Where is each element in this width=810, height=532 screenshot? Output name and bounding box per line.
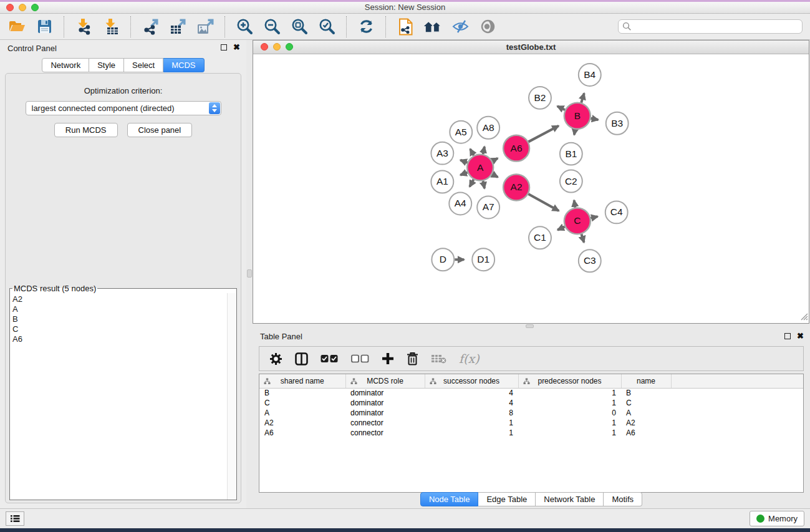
mcds-result-item[interactable]: A6 [12,334,227,344]
open-session-icon[interactable] [7,17,26,36]
table-row[interactable]: Adominator80A [259,408,803,418]
splitter-grip[interactable] [247,269,252,278]
edge-B-B3[interactable] [591,118,598,120]
show-graphics-eye-icon[interactable] [478,17,497,36]
tab-edge-table[interactable]: Edge Table [478,492,536,506]
network-canvas[interactable]: B4B2BB3A8A5A6A3B1AA1C2A2A4A7C4CC1C3DD1 [253,55,809,323]
edge-A-A1[interactable] [460,172,467,175]
select-all-checkboxes-icon[interactable] [321,354,339,363]
zoom-out-icon[interactable] [263,17,281,36]
horizontal-splitter[interactable] [253,324,810,329]
maximize-window-button[interactable] [31,4,39,11]
dropdown-stepper-icon [209,102,220,114]
edge-B-B1[interactable] [574,129,575,135]
close-panel-icon[interactable]: ✖ [797,333,804,339]
edge-A-A5[interactable] [470,149,474,155]
column-header-shared-name[interactable]: shared name [259,374,345,388]
edge-B-B4[interactable] [581,94,584,103]
tab-style[interactable]: Style [89,58,124,72]
add-column-icon[interactable] [382,352,394,365]
search-field-wrap [618,19,803,34]
column-header-predecessor-nodes[interactable]: predecessor nodes [518,374,621,388]
zoom-selected-icon[interactable] [317,17,336,36]
maximize-network-window-button[interactable] [286,43,293,51]
graph-node-label: A7 [483,201,494,212]
edge-C-C3[interactable] [581,234,584,242]
minimize-window-button[interactable] [19,4,26,11]
settings-gear-icon[interactable] [269,352,282,365]
search-input[interactable] [618,19,803,34]
tab-motifs[interactable]: Motifs [604,492,642,506]
main-area: Control Panel ✖ NetworkStyleSelectMCDS O… [0,40,810,508]
table-row[interactable]: Bdominator41B [259,388,803,398]
edge-A-A3[interactable] [460,160,467,163]
mcds-result-item[interactable]: C [12,324,227,334]
zoom-fit-icon[interactable] [290,17,309,36]
edge-C-C1[interactable] [557,226,565,230]
delete-column-trash-icon[interactable] [407,352,418,365]
close-window-button[interactable] [6,4,14,11]
graph-node-label: B4 [584,69,595,80]
graph-node-label: A6 [511,143,523,153]
close-network-window-button[interactable] [261,43,268,51]
mcds-result-item[interactable]: A2 [12,294,227,304]
tab-select[interactable]: Select [124,58,163,72]
refresh-icon[interactable] [357,17,375,36]
column-header-MCDS-role[interactable]: MCDS role [345,374,425,388]
save-session-icon[interactable] [35,17,54,36]
table-panel: Table Panel ✖ [253,329,810,508]
deselect-all-checkboxes-icon[interactable] [351,354,369,363]
mcds-result-list[interactable]: A2ABCA6 [10,293,227,500]
tab-mcds[interactable]: MCDS [163,58,204,72]
home-icon[interactable] [423,17,442,36]
network-file-icon[interactable] [396,17,415,36]
tab-network[interactable]: Network [42,58,89,72]
close-panel-button[interactable]: Close panel [127,123,193,137]
mcds-result-item[interactable]: B [12,314,227,324]
edge-A2-C[interactable] [528,194,559,211]
right-area: testGlobe.txt B4B2BB3A8A5A6A3B1AA1C2A2A4… [253,40,810,508]
edge-A-A8[interactable] [483,147,485,154]
import-table-icon[interactable] [102,17,120,36]
window-resize-grip-icon[interactable] [799,312,808,322]
float-panel-icon[interactable] [784,333,791,339]
task-history-button[interactable] [6,511,24,526]
export-network-icon[interactable] [141,17,160,36]
hide-details-eye-icon[interactable] [451,17,470,36]
edge-A-A7[interactable] [483,181,485,188]
graph-node-label: B1 [565,148,577,159]
column-header-name[interactable]: name [621,374,671,388]
edge-A-A6[interactable] [493,158,498,162]
column-header-successor-nodes[interactable]: successor nodes [425,374,518,388]
minimize-network-window-button[interactable] [273,43,281,51]
node-table[interactable]: shared nameMCDS rolesuccessor nodesprede… [259,374,803,438]
app-titlebar: Session: New Session [0,2,810,14]
edge-A-A4[interactable] [470,180,473,187]
run-mcds-button[interactable]: Run MCDS [54,123,118,137]
import-network-icon[interactable] [74,17,93,36]
table-row[interactable]: Cdominator41C [259,398,803,408]
tab-node-table[interactable]: Node Table [420,492,479,506]
splitter-grip[interactable] [526,324,534,328]
table-row[interactable]: A2connector11A2 [259,418,803,428]
column-manager-icon[interactable] [295,352,308,365]
toolbar-separator [130,16,131,37]
float-panel-icon[interactable] [221,44,227,51]
edge-C-C4[interactable] [591,216,597,218]
mcds-result-item[interactable]: A [12,304,227,314]
edge-B-B2[interactable] [557,106,565,110]
edge-A6-B[interactable] [528,126,558,142]
memory-button[interactable]: Memory [750,511,804,526]
edge-C-C2[interactable] [574,200,576,208]
zoom-in-icon[interactable] [235,17,254,36]
vertical-splitter[interactable] [246,40,253,508]
edge-A-A2[interactable] [492,174,498,177]
export-table-icon[interactable] [168,17,187,36]
export-image-icon[interactable] [196,17,215,36]
optimization-criterion-dropdown[interactable]: largest connected component (directed) [26,101,221,115]
node-table-header-row: shared nameMCDS rolesuccessor nodesprede… [259,374,803,388]
close-panel-icon[interactable]: ✖ [233,44,240,51]
mcds-result-scrollbar[interactable] [227,293,236,500]
tab-network-table[interactable]: Network Table [536,492,604,506]
table-row[interactable]: A6connector11A6 [259,428,803,438]
